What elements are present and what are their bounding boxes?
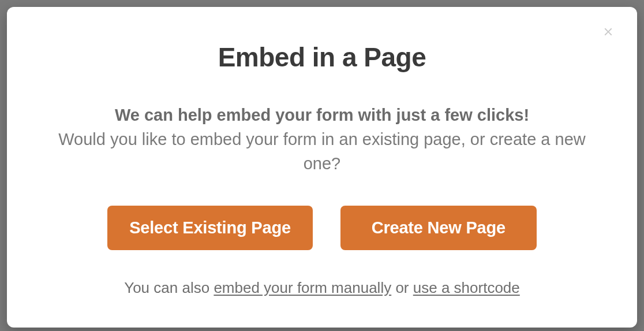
create-new-page-button[interactable]: Create New Page [340, 206, 537, 250]
close-icon [602, 25, 615, 40]
footer-text: You can also embed your form manually or… [124, 279, 520, 297]
intro-block: We can help embed your form with just a … [53, 103, 591, 176]
intro-sub: Would you like to embed your form in an … [53, 127, 591, 176]
footer-or: or [391, 279, 413, 296]
modal-title: Embed in a Page [218, 42, 426, 73]
button-row: Select Existing Page Create New Page [107, 206, 537, 250]
use-shortcode-link[interactable]: use a shortcode [413, 279, 520, 296]
embed-modal: Embed in a Page We can help embed your f… [7, 7, 637, 328]
embed-manually-link[interactable]: embed your form manually [214, 279, 391, 296]
close-button[interactable] [600, 24, 616, 40]
footer-prefix: You can also [124, 279, 214, 296]
select-existing-page-button[interactable]: Select Existing Page [107, 206, 313, 250]
intro-strong: We can help embed your form with just a … [53, 103, 591, 127]
